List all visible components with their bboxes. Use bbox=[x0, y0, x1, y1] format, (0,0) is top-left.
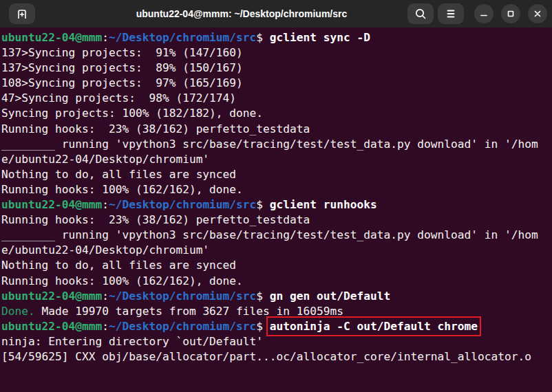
output-text: e/ubuntu22-04/Desktop/chromium' bbox=[1, 243, 209, 257]
hamburger-menu-icon bbox=[443, 6, 458, 21]
output-text: Syncing projects: 100% (182/182), done. bbox=[1, 107, 263, 120]
search-icon bbox=[413, 6, 428, 21]
output-text: Made 19970 targets from 3627 files in 16… bbox=[35, 305, 343, 318]
prompt-user-host: ubuntu22-04@mmm bbox=[1, 290, 102, 303]
output-text: ________ running 'vpython3 src/base/trac… bbox=[1, 228, 538, 241]
terminal-line: ubuntu22-04@mmm:~/Desktop/chromium/src$ … bbox=[1, 30, 551, 45]
output-text: 108>Syncing projects: 97% (165/169) bbox=[1, 76, 243, 89]
new-tab-button[interactable] bbox=[9, 3, 35, 24]
output-text: ________ running 'vpython3 src/base/trac… bbox=[1, 138, 538, 151]
output-text: Running hooks: 23% (38/162) perfetto_tes… bbox=[1, 213, 310, 226]
new-tab-icon bbox=[14, 6, 30, 21]
output-text: Running hooks: 100% (162/162), done. bbox=[1, 183, 243, 196]
output-text: Running hooks: 23% (38/162) perfetto_tes… bbox=[1, 122, 310, 135]
prompt-path: ~/Desktop/chromium/src bbox=[109, 31, 256, 44]
prompt-path: ~/Desktop/chromium/src bbox=[109, 320, 256, 333]
prompt-symbol: : bbox=[102, 290, 109, 303]
terminal-line: ubuntu22-04@mmm:~/Desktop/chromium/src$ … bbox=[1, 197, 551, 213]
terminal-line: e/ubuntu22-04/Desktop/chromium' bbox=[1, 152, 551, 167]
terminal-line: Syncing projects: 100% (182/182), done. bbox=[1, 106, 551, 121]
terminal-line: Done. Made 19970 targets from 3627 files… bbox=[1, 304, 551, 319]
prompt-user-host: ubuntu22-04@mmm bbox=[1, 31, 102, 44]
terminal-line: 137>Syncing projects: 91% (147/160) bbox=[1, 45, 551, 61]
title-bar: ubuntu22-04@mmm: ~/Desktop/chromium/src bbox=[0, 0, 552, 28]
prompt-symbol: $ bbox=[256, 320, 270, 333]
prompt-path: ~/Desktop/chromium/src bbox=[109, 290, 256, 303]
terminal-line: ninja: Entering directory `out/Default' bbox=[1, 334, 551, 349]
command-text: gclient runhooks bbox=[270, 198, 377, 211]
command-text: gn gen out/Default bbox=[270, 290, 390, 303]
prompt-symbol: $ bbox=[256, 290, 270, 303]
output-text: Running hooks: 100% (162/162), done. bbox=[1, 274, 243, 287]
terminal-line: [54/59625] CXX obj/base/allocator/part..… bbox=[1, 349, 551, 364]
menu-button[interactable] bbox=[438, 3, 464, 24]
terminal-line: 47>Syncing projects: 98% (172/174) bbox=[1, 91, 551, 106]
terminal-line: ________ running 'vpython3 src/base/trac… bbox=[1, 137, 551, 152]
terminal-line: 137>Syncing projects: 89% (150/167) bbox=[1, 61, 551, 76]
highlighted-command: autoninja -C out/Default chrome bbox=[270, 320, 478, 333]
maximize-icon bbox=[505, 8, 516, 19]
output-text: Nothing to do, all files are synced bbox=[1, 168, 236, 181]
output-text: ninja: Entering directory `out/Default' bbox=[1, 335, 263, 348]
prompt-user-host: ubuntu22-04@mmm bbox=[1, 320, 102, 333]
header-controls bbox=[407, 3, 552, 24]
output-text: [54/59625] CXX obj/base/allocator/part..… bbox=[1, 350, 531, 363]
prompt-symbol: : bbox=[102, 320, 109, 333]
maximize-button[interactable] bbox=[501, 4, 520, 23]
terminal-line: ubuntu22-04@mmm:~/Desktop/chromium/src$ … bbox=[1, 289, 551, 304]
output-text: 137>Syncing projects: 89% (150/167) bbox=[1, 61, 243, 74]
terminal-output[interactable]: ubuntu22-04@mmm:~/Desktop/chromium/src$ … bbox=[0, 28, 552, 364]
search-button[interactable] bbox=[407, 3, 434, 24]
terminal-line: e/ubuntu22-04/Desktop/chromium' bbox=[1, 243, 551, 258]
terminal-line: 108>Syncing projects: 97% (165/169) bbox=[1, 76, 551, 91]
minimize-button[interactable] bbox=[474, 4, 493, 23]
done-status-text: Done. bbox=[1, 305, 35, 318]
prompt-user-host: ubuntu22-04@mmm bbox=[1, 198, 102, 211]
terminal-line: Running hooks: 100% (162/162), done. bbox=[1, 274, 551, 289]
terminal-line: Nothing to do, all files are synced bbox=[1, 167, 551, 182]
terminal-line: Running hooks: 100% (162/162), done. bbox=[1, 182, 551, 197]
output-text: e/ubuntu22-04/Desktop/chromium' bbox=[1, 153, 209, 166]
prompt-path: ~/Desktop/chromium/src bbox=[109, 198, 256, 211]
terminal-line: Running hooks: 23% (38/162) perfetto_tes… bbox=[1, 122, 551, 137]
output-text: 47>Syncing projects: 98% (172/174) bbox=[1, 91, 236, 105]
terminal-line: ubuntu22-04@mmm:~/Desktop/chromium/src$ … bbox=[1, 319, 551, 334]
minimize-icon bbox=[478, 8, 489, 19]
prompt-symbol: $ bbox=[256, 198, 270, 211]
command-text: gclient sync -D bbox=[270, 31, 370, 44]
prompt-symbol: : bbox=[102, 31, 109, 44]
terminal-line: ________ running 'vpython3 src/base/trac… bbox=[1, 228, 551, 243]
close-icon bbox=[532, 8, 543, 19]
output-text: 137>Syncing projects: 91% (147/160) bbox=[1, 46, 243, 59]
terminal-line: Running hooks: 23% (38/162) perfetto_tes… bbox=[1, 213, 551, 228]
prompt-symbol: $ bbox=[256, 31, 270, 44]
terminal-line: Nothing to do, all files are synced bbox=[1, 258, 551, 273]
prompt-symbol: : bbox=[102, 198, 109, 211]
output-text: Nothing to do, all files are synced bbox=[1, 259, 236, 272]
window-title: ubuntu22-04@mmm: ~/Desktop/chromium/src bbox=[83, 8, 401, 19]
close-button[interactable] bbox=[528, 4, 547, 23]
